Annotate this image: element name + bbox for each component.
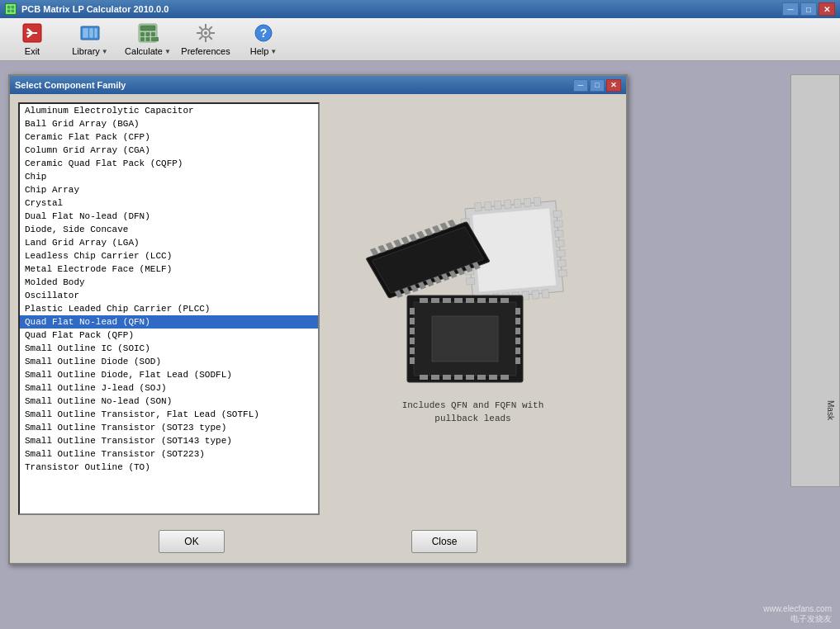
svg-rect-72 — [370, 248, 378, 255]
svg-rect-113 — [432, 316, 498, 362]
svg-text:?: ? — [260, 26, 268, 40]
list-item[interactable]: Ceramic Flat Pack (CFP) — [20, 130, 318, 144]
svg-rect-108 — [515, 318, 520, 324]
list-item[interactable]: Column Grid Array (CGA) — [20, 144, 318, 157]
svg-rect-81 — [439, 222, 448, 229]
library-button[interactable]: Library ▼ — [61, 21, 119, 59]
calculate-button[interactable]: Calculate ▼ — [119, 21, 177, 59]
list-item[interactable]: Chip Array — [20, 183, 318, 196]
svg-rect-51 — [466, 277, 475, 285]
ok-button[interactable]: OK — [159, 530, 225, 553]
list-item[interactable]: Quad Flat No-lead (QFN) — [20, 315, 318, 329]
svg-rect-13 — [151, 32, 155, 36]
svg-rect-75 — [393, 239, 401, 247]
list-item[interactable]: Metal Electrode Face (MELF) — [20, 262, 318, 276]
list-item[interactable]: Small Outline Transistor (SOT223) — [20, 447, 318, 461]
list-item[interactable]: Crystal — [20, 196, 318, 210]
svg-rect-30 — [472, 208, 556, 292]
app-title: PCB Matrix LP Calculator 2010.0.0 — [21, 4, 168, 14]
close-dialog-button[interactable]: Close — [411, 530, 477, 553]
svg-rect-85 — [420, 375, 428, 380]
svg-rect-36 — [524, 198, 531, 207]
list-item[interactable]: Small Outline IC (SOIC) — [20, 342, 318, 355]
svg-rect-34 — [504, 200, 511, 209]
minimize-button[interactable]: ─ — [782, 2, 799, 16]
preview-description: Includes QFN and FQFN with pullback lead… — [402, 399, 544, 426]
list-item[interactable]: Chip — [20, 170, 318, 183]
svg-rect-74 — [386, 242, 394, 249]
list-item[interactable]: Ball Grid Array (BGA) — [20, 117, 318, 130]
dialog-maximize-button[interactable]: □ — [590, 79, 605, 92]
list-item[interactable]: Small Outline Transistor, Flat Lead (SOT… — [20, 408, 318, 421]
svg-rect-97 — [466, 298, 474, 303]
svg-rect-33 — [494, 201, 501, 210]
list-item[interactable]: Small Outline Diode (SOD) — [20, 355, 318, 368]
list-item[interactable]: Small Outline Transistor (SOT23 type) — [20, 421, 318, 434]
list-item[interactable]: Small Outline Diode, Flat Lead (SODFL) — [20, 368, 318, 381]
close-button[interactable]: ✕ — [819, 2, 835, 16]
list-item[interactable]: Plastic Leaded Chip Carrier (PLCC) — [20, 302, 318, 315]
svg-rect-95 — [443, 298, 451, 303]
svg-rect-89 — [466, 375, 474, 380]
title-bar: PCB Matrix LP Calculator 2010.0.0 ─ □ ✕ — [0, 0, 840, 18]
dialog-minimize-button[interactable]: ─ — [573, 79, 588, 92]
svg-line-24 — [209, 36, 212, 40]
svg-rect-32 — [484, 201, 491, 210]
svg-rect-105 — [410, 348, 415, 354]
app-icon — [5, 3, 17, 15]
svg-rect-88 — [454, 375, 463, 380]
component-list[interactable]: Aluminum Electrolytic CapacitorBall Grid… — [18, 102, 320, 515]
svg-rect-109 — [515, 328, 520, 334]
svg-rect-76 — [401, 236, 409, 244]
list-item[interactable]: Leadless Chip Carrier (LCC) — [20, 249, 318, 262]
dialog-close-button[interactable]: ✕ — [606, 79, 621, 92]
calculate-label: Calculate — [125, 46, 163, 56]
svg-rect-96 — [454, 298, 463, 303]
help-button[interactable]: ? Help ▼ — [235, 21, 292, 59]
svg-rect-44 — [541, 289, 548, 298]
svg-rect-14 — [140, 37, 145, 41]
svg-rect-93 — [420, 298, 428, 303]
svg-line-26 — [199, 36, 202, 40]
list-item[interactable]: Small Outline J-lead (SOJ) — [20, 381, 318, 395]
list-item[interactable]: Land Grid Array (LGA) — [20, 236, 318, 249]
exit-button[interactable]: Exit — [3, 21, 61, 59]
exit-icon — [21, 22, 43, 44]
dialog-controls: ─ □ ✕ — [573, 79, 621, 92]
list-item[interactable]: Molded Body — [20, 276, 318, 289]
list-item[interactable]: Aluminum Electrolytic Capacitor — [20, 104, 318, 117]
dialog-title: Select Component Family — [15, 80, 126, 90]
svg-rect-99 — [489, 298, 497, 303]
app-background: Select Component Family ─ □ ✕ Aluminum E… — [0, 61, 840, 629]
list-item[interactable]: Small Outline No-lead (SON) — [20, 395, 318, 408]
svg-rect-53 — [553, 220, 562, 227]
svg-rect-8 — [94, 28, 97, 38]
toolbar: Exit Library ▼ — [0, 18, 840, 61]
side-panel: Mask — [790, 74, 840, 487]
list-item[interactable]: Diode, Side Concave — [20, 223, 318, 236]
svg-rect-58 — [558, 269, 567, 277]
list-item[interactable]: Small Outline Transistor (SOT143 type) — [20, 434, 318, 447]
svg-line-23 — [199, 26, 202, 30]
watermark-site: www.elecfans.com — [763, 604, 832, 613]
svg-rect-79 — [425, 228, 433, 235]
list-item[interactable]: Transistor Outline (TO) — [20, 461, 318, 474]
svg-rect-111 — [515, 348, 520, 354]
svg-rect-104 — [410, 338, 415, 344]
svg-rect-11 — [140, 32, 145, 36]
maximize-button[interactable]: □ — [800, 2, 817, 16]
preferences-button[interactable]: Preferences — [177, 21, 235, 59]
chip-preview-image — [358, 192, 589, 390]
svg-rect-94 — [431, 298, 439, 303]
list-item[interactable]: Ceramic Quad Flat Pack (CQFP) — [20, 157, 318, 170]
dialog-buttons-row: OK Close — [10, 523, 626, 563]
list-item[interactable]: Oscillator — [20, 289, 318, 302]
svg-rect-73 — [377, 245, 386, 253]
svg-rect-15 — [146, 37, 150, 41]
svg-rect-112 — [515, 357, 520, 364]
list-item[interactable]: Quad Flat Pack (QFP) — [20, 329, 318, 342]
help-label-row: Help ▼ — [250, 46, 278, 56]
list-item[interactable]: Dual Flat No-lead (DFN) — [20, 210, 318, 223]
help-arrow: ▼ — [270, 48, 277, 55]
svg-rect-52 — [553, 210, 562, 217]
